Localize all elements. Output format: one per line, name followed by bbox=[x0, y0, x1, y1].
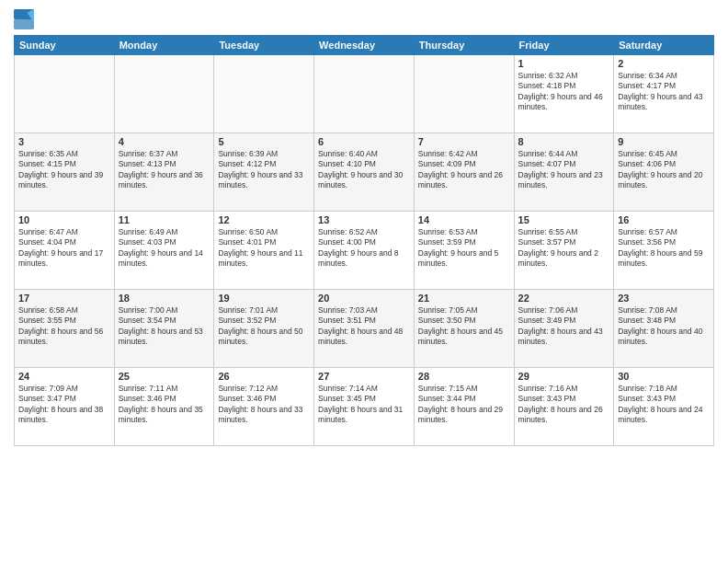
day-info: Sunrise: 6:45 AMSunset: 4:06 PMDaylight:… bbox=[618, 149, 710, 191]
calendar-cell: 14Sunrise: 6:53 AMSunset: 3:59 PMDayligh… bbox=[414, 212, 514, 290]
calendar-cell: 27Sunrise: 7:14 AMSunset: 3:45 PMDayligh… bbox=[314, 368, 415, 446]
weekday-header-thursday: Thursday bbox=[414, 36, 514, 55]
calendar-cell bbox=[414, 55, 514, 133]
day-info: Sunrise: 6:40 AMSunset: 4:10 PMDaylight:… bbox=[318, 149, 410, 191]
day-info: Sunrise: 7:12 AMSunset: 3:46 PMDaylight:… bbox=[218, 384, 310, 426]
calendar-cell: 28Sunrise: 7:15 AMSunset: 3:44 PMDayligh… bbox=[414, 368, 514, 446]
day-info: Sunrise: 7:05 AMSunset: 3:50 PMDaylight:… bbox=[418, 305, 510, 348]
weekday-header-friday: Friday bbox=[514, 36, 614, 55]
day-info: Sunrise: 6:39 AMSunset: 4:12 PMDaylight:… bbox=[218, 149, 310, 191]
calendar-cell bbox=[314, 55, 415, 133]
day-info: Sunrise: 7:03 AMSunset: 3:51 PMDaylight:… bbox=[318, 305, 410, 348]
day-info: Sunrise: 7:00 AMSunset: 3:54 PMDaylight:… bbox=[119, 305, 210, 348]
weekday-header-monday: Monday bbox=[114, 36, 214, 55]
day-info: Sunrise: 6:50 AMSunset: 4:01 PMDaylight:… bbox=[218, 227, 310, 270]
calendar-cell: 13Sunrise: 6:52 AMSunset: 4:00 PMDayligh… bbox=[314, 212, 415, 290]
calendar-cell: 23Sunrise: 7:08 AMSunset: 3:48 PMDayligh… bbox=[614, 290, 714, 368]
calendar-cell bbox=[114, 55, 214, 133]
day-info: Sunrise: 7:06 AMSunset: 3:49 PMDaylight:… bbox=[518, 305, 610, 348]
logo-icon bbox=[14, 9, 34, 29]
week-row-2: 10Sunrise: 6:47 AMSunset: 4:04 PMDayligh… bbox=[15, 212, 714, 290]
day-number: 3 bbox=[18, 136, 110, 147]
day-number: 16 bbox=[618, 214, 710, 225]
day-number: 20 bbox=[318, 293, 410, 304]
calendar-cell: 19Sunrise: 7:01 AMSunset: 3:52 PMDayligh… bbox=[214, 290, 314, 368]
day-info: Sunrise: 7:08 AMSunset: 3:48 PMDaylight:… bbox=[618, 305, 710, 348]
day-number: 30 bbox=[618, 371, 710, 382]
header bbox=[14, 9, 714, 29]
day-number: 11 bbox=[119, 214, 210, 225]
day-number: 12 bbox=[218, 214, 310, 225]
day-number: 26 bbox=[218, 371, 310, 382]
day-number: 6 bbox=[318, 136, 410, 147]
weekday-header-saturday: Saturday bbox=[614, 36, 714, 55]
calendar-cell: 6Sunrise: 6:40 AMSunset: 4:10 PMDaylight… bbox=[314, 133, 415, 212]
day-number: 1 bbox=[518, 58, 610, 69]
day-number: 21 bbox=[418, 293, 510, 304]
day-number: 29 bbox=[518, 371, 610, 382]
day-number: 14 bbox=[418, 214, 510, 225]
calendar-cell: 4Sunrise: 6:37 AMSunset: 4:13 PMDaylight… bbox=[114, 133, 214, 212]
day-number: 15 bbox=[518, 214, 610, 225]
day-info: Sunrise: 7:09 AMSunset: 3:47 PMDaylight:… bbox=[18, 384, 110, 426]
calendar-cell: 2Sunrise: 6:34 AMSunset: 4:17 PMDaylight… bbox=[614, 55, 714, 133]
day-number: 23 bbox=[618, 293, 710, 304]
day-info: Sunrise: 6:55 AMSunset: 3:57 PMDaylight:… bbox=[518, 227, 610, 270]
calendar: SundayMondayTuesdayWednesdayThursdayFrid… bbox=[14, 35, 714, 446]
calendar-cell: 5Sunrise: 6:39 AMSunset: 4:12 PMDaylight… bbox=[214, 133, 314, 212]
day-number: 27 bbox=[318, 371, 410, 382]
day-number: 4 bbox=[119, 136, 210, 147]
calendar-cell: 8Sunrise: 6:44 AMSunset: 4:07 PMDaylight… bbox=[514, 133, 614, 212]
day-number: 9 bbox=[618, 136, 710, 147]
calendar-cell: 12Sunrise: 6:50 AMSunset: 4:01 PMDayligh… bbox=[214, 212, 314, 290]
calendar-cell: 9Sunrise: 6:45 AMSunset: 4:06 PMDaylight… bbox=[614, 133, 714, 212]
calendar-cell: 22Sunrise: 7:06 AMSunset: 3:49 PMDayligh… bbox=[514, 290, 614, 368]
day-number: 8 bbox=[518, 136, 610, 147]
calendar-cell: 15Sunrise: 6:55 AMSunset: 3:57 PMDayligh… bbox=[514, 212, 614, 290]
logo bbox=[14, 9, 36, 29]
day-number: 2 bbox=[618, 58, 710, 69]
calendar-cell: 24Sunrise: 7:09 AMSunset: 3:47 PMDayligh… bbox=[15, 368, 115, 446]
day-info: Sunrise: 6:52 AMSunset: 4:00 PMDaylight:… bbox=[318, 227, 410, 270]
calendar-cell: 17Sunrise: 6:58 AMSunset: 3:55 PMDayligh… bbox=[15, 290, 115, 368]
day-number: 28 bbox=[418, 371, 510, 382]
day-number: 13 bbox=[318, 214, 410, 225]
day-number: 10 bbox=[18, 214, 110, 225]
calendar-cell: 16Sunrise: 6:57 AMSunset: 3:56 PMDayligh… bbox=[614, 212, 714, 290]
week-row-3: 17Sunrise: 6:58 AMSunset: 3:55 PMDayligh… bbox=[15, 290, 714, 368]
day-info: Sunrise: 6:44 AMSunset: 4:07 PMDaylight:… bbox=[518, 149, 610, 191]
day-info: Sunrise: 7:01 AMSunset: 3:52 PMDaylight:… bbox=[218, 305, 310, 348]
day-info: Sunrise: 6:35 AMSunset: 4:15 PMDaylight:… bbox=[18, 149, 110, 191]
week-row-1: 3Sunrise: 6:35 AMSunset: 4:15 PMDaylight… bbox=[15, 133, 714, 212]
day-info: Sunrise: 7:14 AMSunset: 3:45 PMDaylight:… bbox=[318, 384, 410, 426]
day-number: 24 bbox=[18, 371, 110, 382]
weekday-header-row: SundayMondayTuesdayWednesdayThursdayFrid… bbox=[15, 36, 714, 55]
day-number: 25 bbox=[119, 371, 210, 382]
day-number: 19 bbox=[218, 293, 310, 304]
day-number: 18 bbox=[119, 293, 210, 304]
svg-rect-1 bbox=[14, 19, 34, 29]
day-info: Sunrise: 7:18 AMSunset: 3:43 PMDaylight:… bbox=[618, 384, 710, 426]
calendar-cell: 11Sunrise: 6:49 AMSunset: 4:03 PMDayligh… bbox=[114, 212, 214, 290]
weekday-header-wednesday: Wednesday bbox=[314, 36, 415, 55]
day-number: 5 bbox=[218, 136, 310, 147]
page: SundayMondayTuesdayWednesdayThursdayFrid… bbox=[0, 0, 728, 563]
calendar-cell: 3Sunrise: 6:35 AMSunset: 4:15 PMDaylight… bbox=[15, 133, 115, 212]
day-info: Sunrise: 7:11 AMSunset: 3:46 PMDaylight:… bbox=[119, 384, 210, 426]
day-number: 22 bbox=[518, 293, 610, 304]
calendar-cell: 30Sunrise: 7:18 AMSunset: 3:43 PMDayligh… bbox=[614, 368, 714, 446]
day-info: Sunrise: 6:53 AMSunset: 3:59 PMDaylight:… bbox=[418, 227, 510, 270]
calendar-cell bbox=[15, 55, 115, 133]
calendar-cell: 20Sunrise: 7:03 AMSunset: 3:51 PMDayligh… bbox=[314, 290, 415, 368]
calendar-cell: 29Sunrise: 7:16 AMSunset: 3:43 PMDayligh… bbox=[514, 368, 614, 446]
day-info: Sunrise: 6:37 AMSunset: 4:13 PMDaylight:… bbox=[119, 149, 210, 191]
calendar-cell: 18Sunrise: 7:00 AMSunset: 3:54 PMDayligh… bbox=[114, 290, 214, 368]
day-info: Sunrise: 6:47 AMSunset: 4:04 PMDaylight:… bbox=[18, 227, 110, 270]
calendar-cell: 1Sunrise: 6:32 AMSunset: 4:18 PMDaylight… bbox=[514, 55, 614, 133]
calendar-cell: 21Sunrise: 7:05 AMSunset: 3:50 PMDayligh… bbox=[414, 290, 514, 368]
weekday-header-sunday: Sunday bbox=[15, 36, 115, 55]
weekday-header-tuesday: Tuesday bbox=[214, 36, 314, 55]
day-info: Sunrise: 6:57 AMSunset: 3:56 PMDaylight:… bbox=[618, 227, 710, 270]
week-row-0: 1Sunrise: 6:32 AMSunset: 4:18 PMDaylight… bbox=[15, 55, 714, 133]
day-info: Sunrise: 6:42 AMSunset: 4:09 PMDaylight:… bbox=[418, 149, 510, 191]
